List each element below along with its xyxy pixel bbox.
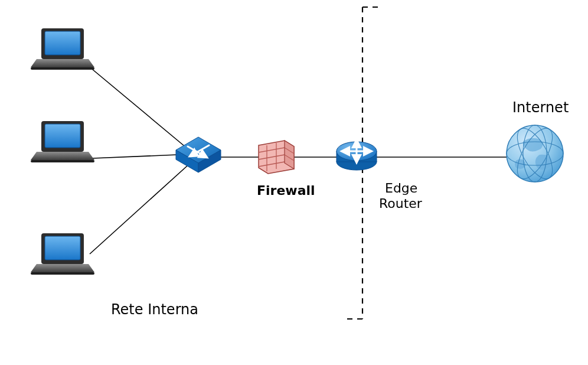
svg-rect-8 (31, 160, 94, 162)
firewall-label: Firewall (257, 183, 315, 198)
switch-icon (176, 137, 221, 172)
edge-router-label-line1: Edge (385, 181, 417, 195)
link-laptop3-switch (90, 165, 188, 254)
edge-router-label-line2: Router (379, 196, 422, 211)
laptop-2 (31, 121, 94, 162)
link-laptop1-switch (89, 66, 188, 149)
svg-rect-7 (45, 124, 80, 148)
router-icon (337, 142, 377, 170)
svg-rect-5 (31, 67, 94, 70)
internet-label: Internet (512, 99, 569, 116)
links (89, 66, 508, 254)
svg-point-28 (507, 125, 563, 182)
firewall-icon (259, 141, 294, 174)
globe-icon (507, 123, 563, 184)
laptop-3 (31, 233, 94, 275)
svg-rect-10 (45, 236, 80, 260)
laptop-1 (31, 28, 94, 70)
rete-interna-label: Rete Interna (111, 301, 198, 318)
diagram-svg (0, 0, 588, 365)
svg-rect-11 (31, 272, 94, 275)
svg-rect-4 (45, 31, 80, 55)
network-diagram: Firewall Edge Router Internet Rete Inter… (0, 0, 588, 365)
link-laptop2-switch (93, 155, 177, 158)
